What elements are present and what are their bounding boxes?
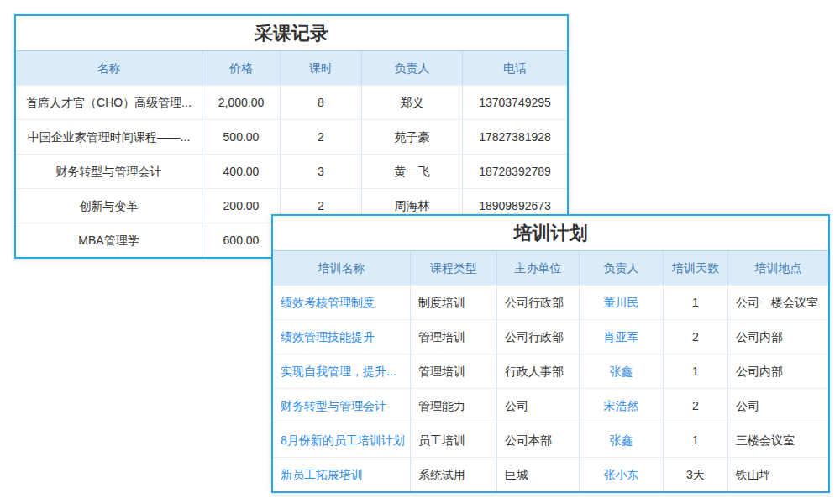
- column-header: 负责人: [362, 51, 463, 85]
- link-training-name[interactable]: 财务转型与管理会计: [273, 389, 411, 423]
- link-training-name[interactable]: 实现自我管理，提升...: [273, 354, 411, 388]
- table-cell: 管理能力: [411, 389, 497, 423]
- table-cell: 公司本部: [497, 423, 580, 457]
- column-header: 课时: [281, 51, 362, 85]
- table-cell: 公司行政部: [497, 320, 580, 354]
- table-cell: 400.00: [202, 155, 281, 188]
- column-header: 培训天数: [664, 251, 728, 285]
- table-row: 中国企业家管理时间课程——...500.002苑子豪17827381928: [16, 119, 567, 154]
- table-cell: 管理培训: [411, 354, 497, 388]
- table-cell: MBA管理学: [16, 223, 202, 257]
- column-header: 课程类型: [411, 251, 497, 285]
- table-cell: 公司内部: [728, 320, 828, 354]
- table-cell: 3天: [664, 458, 728, 491]
- table-cell: 600.00: [202, 223, 281, 257]
- link-training-name[interactable]: 新员工拓展培训: [273, 458, 411, 491]
- table-cell: 17827381928: [463, 120, 567, 154]
- link-owner[interactable]: 肖亚军: [580, 320, 664, 354]
- table-row: 实现自我管理，提升...管理培训行政人事部张鑫1公司内部: [273, 354, 828, 388]
- table-cell: 1: [664, 354, 728, 388]
- link-training-name[interactable]: 绩效管理技能提升: [273, 320, 411, 354]
- column-header: 价格: [202, 51, 281, 85]
- table-cell: 黄一飞: [362, 155, 463, 188]
- table-cell: 2: [281, 120, 362, 154]
- table-cell: 公司内部: [728, 354, 828, 388]
- link-owner[interactable]: 董川民: [580, 286, 664, 319]
- column-header: 主办单位: [497, 251, 580, 285]
- purchase-table-header-row: 名称价格课时负责人电话: [16, 50, 567, 85]
- table-row: 首席人才官（CHO）高级管理...2,000.008郑义13703749295: [16, 85, 567, 119]
- table-row: 新员工拓展培训系统试用巨城张小东3天铁山坪: [273, 457, 828, 491]
- training-table-header-row: 培训名称课程类型主办单位负责人培训天数培训地点: [273, 250, 828, 285]
- table-cell: 公司: [728, 389, 828, 423]
- table-cell: 13703749295: [463, 86, 567, 119]
- table-cell: 制度培训: [411, 286, 497, 319]
- link-training-name[interactable]: 绩效考核管理制度: [273, 286, 411, 319]
- table-row: 8月份新的员工培训计划员工培训公司本部张鑫1三楼会议室: [273, 423, 828, 457]
- table-cell: 郑义: [362, 86, 463, 119]
- table-cell: 18728392789: [463, 155, 567, 188]
- table-cell: 创新与变革: [16, 189, 202, 223]
- table-cell: 管理培训: [411, 320, 497, 354]
- link-owner[interactable]: 张鑫: [580, 354, 664, 388]
- table-cell: 公司: [497, 389, 580, 423]
- link-training-name[interactable]: 8月份新的员工培训计划: [273, 423, 411, 457]
- column-header: 名称: [16, 51, 202, 85]
- table-cell: 8: [281, 86, 362, 119]
- table-cell: 行政人事部: [497, 354, 580, 388]
- table-cell: 200.00: [202, 189, 281, 223]
- table-row: 绩效管理技能提升管理培训公司行政部肖亚军2公司内部: [273, 319, 828, 354]
- table-cell: 2: [664, 320, 728, 354]
- table-cell: 首席人才官（CHO）高级管理...: [16, 86, 202, 119]
- link-owner[interactable]: 宋浩然: [580, 389, 664, 423]
- table-cell: 员工培训: [411, 423, 497, 457]
- table-cell: 铁山坪: [728, 458, 828, 491]
- table-cell: 公司一楼会议室: [728, 286, 828, 319]
- link-owner[interactable]: 张鑫: [580, 423, 664, 457]
- table-cell: 1: [664, 423, 728, 457]
- column-header: 电话: [463, 51, 567, 85]
- table-row: 财务转型与管理会计400.003黄一飞18728392789: [16, 154, 567, 188]
- column-header: 培训名称: [273, 251, 411, 285]
- table-cell: 三楼会议室: [728, 423, 828, 457]
- table-cell: 系统试用: [411, 458, 497, 491]
- table-cell: 公司行政部: [497, 286, 580, 319]
- table-cell: 2,000.00: [202, 86, 281, 119]
- page: 采课记录 名称价格课时负责人电话 首席人才官（CHO）高级管理...2,000.…: [0, 0, 840, 504]
- table-cell: 1: [664, 286, 728, 319]
- training-plan-table: 培训计划 培训名称课程类型主办单位负责人培训天数培训地点 绩效考核管理制度制度培…: [271, 214, 830, 493]
- column-header: 培训地点: [728, 251, 828, 285]
- table-cell: 2: [664, 389, 728, 423]
- purchase-table-title: 采课记录: [16, 16, 567, 50]
- table-cell: 3: [281, 155, 362, 188]
- table-cell: 500.00: [202, 120, 281, 154]
- training-table-title: 培训计划: [273, 216, 828, 250]
- table-row: 财务转型与管理会计管理能力公司宋浩然2公司: [273, 388, 828, 423]
- table-cell: 财务转型与管理会计: [16, 155, 202, 188]
- table-cell: 巨城: [497, 458, 580, 491]
- link-owner[interactable]: 张小东: [580, 458, 664, 491]
- table-cell: 中国企业家管理时间课程——...: [16, 120, 202, 154]
- training-table-body: 绩效考核管理制度制度培训公司行政部董川民1公司一楼会议室绩效管理技能提升管理培训…: [273, 285, 828, 491]
- column-header: 负责人: [580, 251, 664, 285]
- table-cell: 苑子豪: [362, 120, 463, 154]
- table-row: 绩效考核管理制度制度培训公司行政部董川民1公司一楼会议室: [273, 285, 828, 319]
